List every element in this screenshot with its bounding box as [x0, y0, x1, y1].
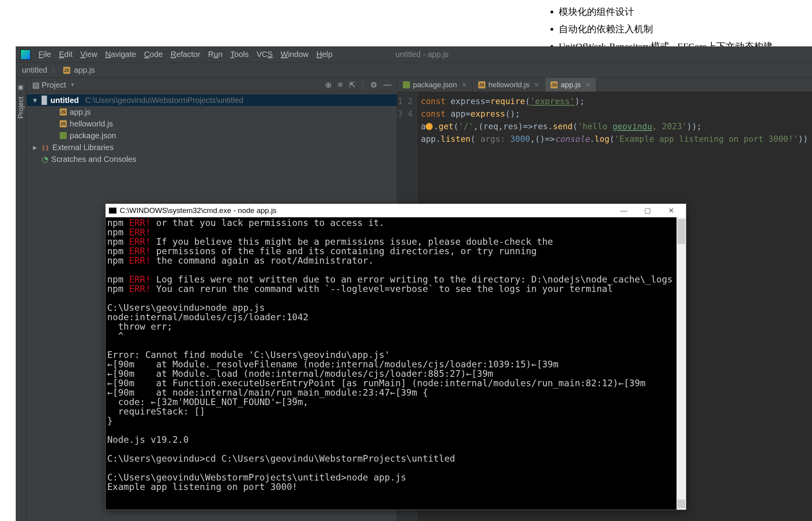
menu-file[interactable]: File	[38, 50, 51, 59]
chevron-down-icon[interactable]: ▼	[70, 82, 75, 88]
tab-label: package.json	[413, 81, 457, 89]
gear-icon[interactable]: ⚙	[370, 80, 377, 90]
collapse-all-icon[interactable]: ⇱	[349, 80, 356, 90]
file-label: helloworld.js	[70, 119, 113, 128]
json-file-icon	[403, 81, 410, 88]
file-label: package.json	[70, 131, 116, 140]
root-name: untitled	[51, 96, 79, 105]
project-tool-label[interactable]: Project	[17, 97, 25, 119]
js-file-icon: JS	[63, 67, 70, 74]
tab-label: app.js	[561, 81, 581, 89]
cmd-output[interactable]: npm ERR! or that you lack permissions to…	[106, 217, 686, 492]
tree-file[interactable]: JS helloworld.js	[27, 118, 397, 130]
expander-down-icon[interactable]: ▾	[33, 95, 38, 105]
cmd-icon	[109, 207, 117, 214]
root-path: C:\Users\geovindu\WebstormProjects\untit…	[85, 96, 243, 105]
expand-all-icon[interactable]: ≡	[338, 80, 343, 90]
menu-run[interactable]: Run	[208, 50, 223, 59]
close-button[interactable]: ✕	[659, 204, 683, 217]
folder-icon: ▉	[42, 95, 48, 105]
left-tool-stripe[interactable]: ▣ Project	[16, 78, 27, 521]
cmd-scrollbar[interactable]	[677, 217, 686, 510]
bullet-item: 模块化的组件设计	[559, 3, 773, 20]
tab-package-json[interactable]: package.json ✕	[397, 78, 473, 92]
scroll-thumb[interactable]	[677, 499, 685, 508]
tree-label: External Libraries	[53, 143, 114, 152]
project-tool-icon[interactable]: ▣	[18, 83, 24, 91]
minimize-button[interactable]: —	[612, 204, 636, 217]
file-label: app.js	[70, 108, 91, 117]
tree-file[interactable]: JS app.js	[27, 106, 397, 118]
menu-window[interactable]: Window	[281, 50, 309, 59]
menu-code[interactable]: Code	[144, 50, 163, 59]
ide-window: File Edit View Navigate Code Refactor Ru…	[16, 46, 812, 521]
breadcrumb-file[interactable]: app.js	[74, 66, 95, 75]
editor-tabs: package.json ✕ JS helloworld.js ✕ JS app…	[397, 78, 812, 92]
tree-root[interactable]: ▾ ▉ untitled C:\Users\geovindu\WebstormP…	[27, 94, 397, 106]
tab-label: helloworld.js	[488, 81, 530, 89]
menu-help[interactable]: Help	[316, 50, 333, 59]
project-view-selector[interactable]: ▤ Project	[32, 80, 66, 90]
ide-window-title: untitled - app.js	[395, 50, 449, 59]
webstorm-logo-icon	[20, 50, 31, 60]
expander-right-icon[interactable]: ▸	[33, 143, 38, 152]
page-background-top: 模块化的组件设计 自动化的依赖注入机制 UnitOfWork-Repositor…	[0, 0, 812, 46]
menu-refactor[interactable]: Refactor	[170, 50, 200, 59]
maximize-button[interactable]: ▢	[636, 204, 659, 217]
js-file-icon: JS	[478, 81, 485, 88]
tree-label: Scratches and Consoles	[51, 155, 137, 164]
breadcrumb-separator-icon: 〉	[51, 65, 59, 75]
intention-bulb-icon[interactable]	[426, 123, 433, 130]
bullet-item: 自动化的依赖注入机制	[559, 20, 773, 38]
tree-scratches[interactable]: ◔ Scratches and Consoles	[27, 153, 397, 165]
cmd-body[interactable]: npm ERR! or that you lack permissions to…	[106, 217, 686, 510]
js-file-icon: JS	[60, 108, 67, 116]
library-icon: ⫿⫿	[42, 143, 49, 152]
cmd-window[interactable]: C:\WINDOWS\system32\cmd.exe - node app.j…	[105, 204, 686, 510]
tree-external-libs[interactable]: ▸ ⫿⫿ External Libraries	[27, 141, 397, 153]
cmd-titlebar[interactable]: C:\WINDOWS\system32\cmd.exe - node app.j…	[106, 204, 686, 217]
js-file-icon: JS	[550, 81, 558, 88]
close-icon[interactable]: ✕	[534, 81, 539, 88]
hide-tool-icon[interactable]: —	[384, 80, 391, 90]
json-file-icon	[60, 132, 67, 139]
cmd-title-text: C:\WINDOWS\system32\cmd.exe - node app.j…	[120, 206, 276, 215]
menu-view[interactable]: View	[80, 50, 97, 59]
menu-vcs[interactable]: VCS	[257, 50, 273, 59]
tree-file[interactable]: package.json	[27, 130, 397, 141]
tab-app-js[interactable]: JS app.js ✕	[545, 78, 596, 92]
js-file-icon: JS	[60, 120, 67, 127]
breadcrumb-project[interactable]: untitled	[22, 66, 48, 75]
project-panel-header: ▤ Project ▼ ⊕ ≡ ⇱ | ⚙ —	[27, 78, 397, 92]
close-icon[interactable]: ✕	[462, 81, 467, 88]
close-icon[interactable]: ✕	[585, 81, 591, 88]
scratches-icon: ◔	[42, 154, 48, 164]
breadcrumb: untitled 〉 JS app.js	[16, 63, 812, 78]
locate-icon[interactable]: ⊕	[325, 80, 332, 90]
menu-edit[interactable]: Edit	[59, 50, 72, 59]
scroll-thumb[interactable]	[677, 219, 685, 244]
menu-navigate[interactable]: Navigate	[105, 50, 136, 59]
ide-titlebar: File Edit View Navigate Code Refactor Ru…	[16, 46, 812, 63]
tab-helloworld-js[interactable]: JS helloworld.js ✕	[473, 78, 545, 92]
menu-tools[interactable]: Tools	[230, 50, 249, 59]
